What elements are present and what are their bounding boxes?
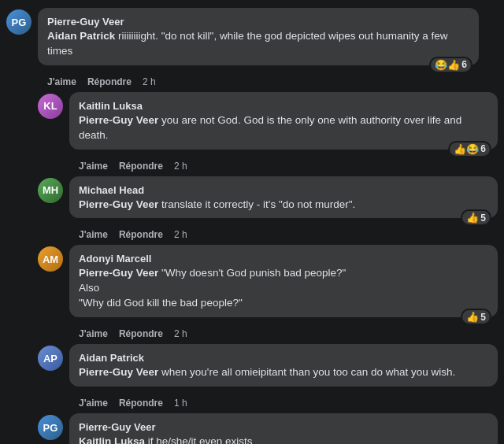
comment-item: PG Pierre-Guy Veer Kaitlin Luksa if he/s… [38,413,498,444]
reaction-badge: 😂👍 6 [429,57,472,73]
comment-text: Aidan Patrick riiiiiiiight. "do not kill… [47,29,469,59]
reaction-badge: 👍😂 6 [448,141,491,157]
reaction-badge: 👍 5 [461,209,491,226]
comment-author: Michael Head [79,184,144,196]
like-button[interactable]: J'aime [47,76,76,87]
comment-thread: PG Pierre-Guy Veer Aidan Patrick riiiiii… [6,8,498,444]
avatar: PG [6,9,32,35]
comment-item: MH Michael Head Pierre-Guy Veer translat… [38,176,498,241]
comment-time: 2 h [174,229,187,240]
like-button[interactable]: J'aime [79,161,108,172]
comment-author: Pierre-Guy Veer [79,421,156,433]
comment-item: KL Kaitlin Luksa Pierre-Guy Veer you are… [38,92,498,172]
comment-mention: Pierre-Guy Veer [79,267,158,279]
comment-text: Kaitlin Luksa if he/she/it even exists [79,435,488,444]
comment-text: Pierre-Guy Veer translate it correctly -… [79,198,488,213]
reply-button[interactable]: Répondre [119,398,163,409]
avatar: PG [38,415,63,440]
comment-bubble: Michael Head Pierre-Guy Veer translate i… [69,176,498,219]
comment-mention: Pierre-Guy Veer [79,114,158,126]
avatar: AM [38,246,63,272]
comment-bubble: Adonyi Marcell Pierre-Guy Veer "Why does… [69,245,498,317]
comment-time: 1 h [174,398,187,409]
comment-item: AP Aidan Patrick Pierre-Guy Veer when yo… [38,344,498,409]
reply-button[interactable]: Répondre [119,229,163,240]
comment-time: 2 h [174,328,187,339]
comment-time: 2 h [143,76,156,87]
comment-bubble: Kaitlin Luksa Pierre-Guy Veer you are no… [69,92,498,150]
comment-author: Pierre-Guy Veer [47,16,124,28]
comment-author: Adonyi Marcell [79,253,151,265]
comment-text: Pierre-Guy Veer you are not God. God is … [79,113,488,143]
avatar: KL [38,94,63,119]
comment-text: Pierre-Guy Veer when you're all omieipit… [79,365,488,380]
comment-author: Kaitlin Luksa [79,100,143,112]
comment-bubble: Aidan Patrick Pierre-Guy Veer when you'r… [69,344,498,387]
comment-author: Aidan Patrick [79,352,144,364]
comment-time: 2 h [174,161,187,172]
comment-mention: Aidan Patrick [47,30,115,42]
reaction-badge: 👍 5 [461,309,491,325]
like-button[interactable]: J'aime [79,328,108,339]
comment-actions: J'aime Répondre 2 h [38,76,498,87]
comment-text: Pierre-Guy Veer "Why doesn't God punish … [79,266,488,311]
reply-button[interactable]: Répondre [119,328,163,339]
comment-bubble: Pierre-Guy Veer Aidan Patrick riiiiiiiig… [38,8,479,65]
avatar: MH [38,178,63,203]
comment-mention: Pierre-Guy Veer [79,366,158,378]
comment-item: PG Pierre-Guy Veer Aidan Patrick riiiiii… [6,8,498,87]
like-button[interactable]: J'aime [79,229,108,240]
comment-actions: J'aime Répondre 1 h [69,398,498,409]
reply-button[interactable]: Répondre [87,76,132,87]
comment-mention: Pierre-Guy Veer [79,198,158,210]
like-button[interactable]: J'aime [79,398,108,409]
comment-bubble: Pierre-Guy Veer Kaitlin Luksa if he/she/… [69,413,498,444]
comment-actions: J'aime Répondre 2 h [69,328,498,339]
avatar: AP [38,346,63,371]
comment-actions: J'aime Répondre 2 h [69,161,498,172]
comment-mention: Kaitlin Luksa [79,435,145,444]
reply-button[interactable]: Répondre [119,161,163,172]
comment-item: AM Adonyi Marcell Pierre-Guy Veer "Why d… [38,245,498,339]
comment-actions: J'aime Répondre 2 h [69,229,498,240]
